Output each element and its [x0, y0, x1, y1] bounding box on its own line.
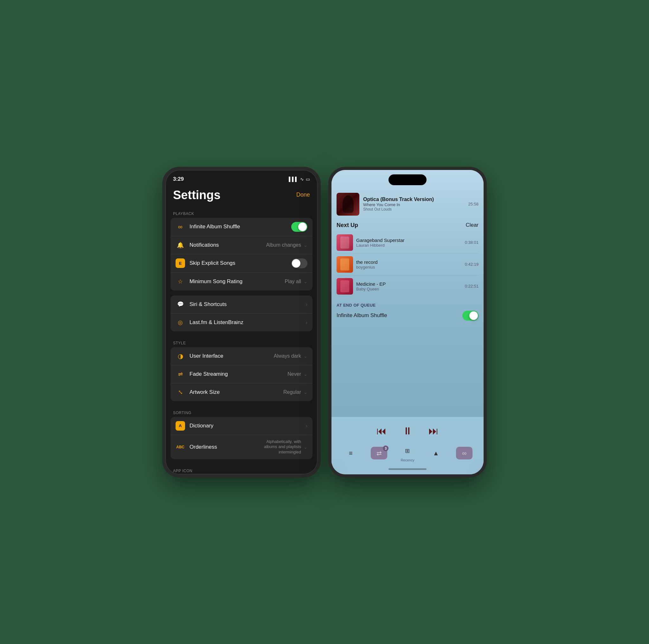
chevron-icon: ⌄ — [304, 444, 307, 450]
player-content: Optica (Bonus Track Version) Where You C… — [332, 170, 484, 474]
queue-track-title-3: Medicine - EP — [356, 281, 462, 287]
notifications-label: Notifications — [189, 242, 266, 248]
lastfm-label: Last.fm & ListenBrainz — [189, 319, 305, 326]
shuffle-badge: 3 — [383, 445, 389, 451]
resize-icon: ⤡ — [176, 388, 185, 397]
chevron-icon: › — [306, 423, 307, 429]
queue-track-artist-1: Lauran Hibberd — [356, 243, 462, 248]
wifi-icon: ∿ — [300, 176, 304, 182]
queue-item[interactable]: the record boygenius 0:42:19 — [337, 254, 478, 276]
nav-item-recency[interactable]: ⊞ Recency — [398, 445, 417, 462]
airplay-icon: ▲ — [433, 450, 439, 457]
queue-item[interactable]: Garageband Superstar Lauran Hibberd 0:38… — [337, 232, 478, 254]
shuffle-icon: ⇄ — [377, 449, 382, 457]
signal-icon: ▌▌▌ — [289, 176, 298, 182]
orderliness-label: Orderliness — [189, 444, 257, 450]
settings-screen: 3:29 ▌▌▌ ∿ ▭ Settings Done PLAYBACK ∞ In… — [165, 170, 317, 474]
queue-art-garageband — [337, 234, 353, 251]
queue-header: Next Up Clear — [337, 222, 478, 229]
settings-header: Settings Done — [165, 186, 317, 207]
chevron-icon: ⌄ — [304, 390, 307, 395]
now-playing-art — [337, 193, 359, 215]
queue-duration-3: 0:22:51 — [465, 284, 478, 288]
queue-track-info-1: Garageband Superstar Lauran Hibberd — [356, 238, 462, 248]
minimum-song-rating-label: Minimum Song Rating — [189, 278, 285, 285]
queue-list-icon: ≡ — [349, 450, 353, 457]
airplay-icon-wrap: ▲ — [428, 447, 444, 459]
lastfm-row[interactable]: ◎ Last.fm & ListenBrainz › — [171, 314, 312, 331]
infinite-album-shuffle-row[interactable]: ∞ Infinite Album Shuffle — [171, 218, 312, 236]
track-artist: Shout Out Louds — [363, 207, 464, 211]
fade-streaming-label: Fade Streaming — [189, 371, 288, 377]
half-circle-icon: ◑ — [176, 351, 185, 361]
dictionary-label: Dictionary — [189, 423, 305, 429]
track-duration: 25:58 — [468, 202, 478, 206]
abc-icon: ABC — [176, 442, 185, 452]
queue-track-title-1: Garageband Superstar — [356, 238, 462, 243]
star-icon: ☆ — [176, 277, 185, 286]
queue-art-medicine — [337, 278, 353, 294]
end-of-queue-label: At End Of Queue — [337, 303, 478, 308]
status-icons: ▌▌▌ ∿ ▭ — [289, 176, 310, 182]
queue-item[interactable]: Medicine - EP Baby Queen 0:22:51 — [337, 276, 478, 297]
infinite-album-shuffle-label: Infinite Album Shuffle — [189, 224, 291, 230]
chevron-icon: ⌄ — [304, 243, 307, 248]
album-art-figure — [343, 195, 354, 213]
fast-forward-button[interactable]: ⏭ — [428, 425, 439, 437]
user-interface-row[interactable]: ◑ User Interface Always dark ⌄ — [171, 347, 312, 365]
infinite-icon: ∞ — [176, 222, 185, 232]
infinite-album-shuffle-toggle[interactable] — [291, 222, 307, 232]
nav-item-airplay[interactable]: ▲ — [427, 447, 445, 459]
nav-item-infinite[interactable]: ∞ — [455, 447, 474, 459]
chevron-icon: ⌄ — [304, 279, 307, 284]
siri-shortcuts-row[interactable]: 💬 Siri & Shortcuts › — [171, 295, 312, 314]
dictionary-icon: A — [176, 421, 185, 431]
queue-section: Next Up Clear Garageband Superstar Laura… — [332, 219, 484, 298]
chevron-icon: › — [306, 320, 307, 325]
fade-streaming-row[interactable]: ⇌ Fade Streaming Never ⌄ — [171, 365, 312, 384]
recency-icon: ⊞ — [405, 447, 410, 454]
lastfm-icon: ◎ — [176, 318, 185, 327]
notifications-row[interactable]: 🔔 Notifications Album changes ⌄ — [171, 236, 312, 254]
playback-section-label: PLAYBACK — [165, 207, 317, 218]
chevron-icon: ⌄ — [304, 354, 307, 359]
queue-track-title-2: the record — [356, 259, 462, 265]
player-controls-area: ⏮ ⏸ ⏭ ≡ ⇄ 3 — [332, 417, 484, 474]
queue-track-artist-3: Baby Queen — [356, 287, 462, 291]
bell-icon: 🔔 — [176, 240, 185, 250]
track-info: Optica (Bonus Track Version) Where You C… — [363, 197, 464, 211]
nav-item-shuffle[interactable]: ⇄ 3 — [370, 447, 389, 459]
nav-item-queue[interactable]: ≡ — [341, 447, 360, 459]
track-title: Optica (Bonus Track Version) — [363, 197, 464, 202]
playback-group: ∞ Infinite Album Shuffle 🔔 Notifications… — [171, 218, 312, 290]
skip-explicit-toggle[interactable] — [291, 258, 307, 268]
pause-button[interactable]: ⏸ — [402, 425, 413, 437]
done-button[interactable]: Done — [296, 192, 310, 198]
style-section-label: STYLE — [165, 336, 317, 347]
sorting-section-label: SORTING — [165, 406, 317, 417]
fade-icon: ⇌ — [176, 369, 185, 379]
player-phone: Optica (Bonus Track Version) Where You C… — [328, 167, 487, 478]
skip-explicit-label: Skip Explicit Songs — [189, 260, 291, 266]
sorting-group: A Dictionary › ABC Orderliness Alphabeti… — [171, 417, 312, 459]
player-screen: Optica (Bonus Track Version) Where You C… — [332, 170, 484, 474]
settings-title: Settings — [173, 188, 221, 202]
artwork-size-value: Regular ⌄ — [283, 389, 307, 395]
dictionary-row[interactable]: A Dictionary › — [171, 417, 312, 435]
recency-label: Recency — [401, 458, 415, 462]
queue-track-info-3: Medicine - EP Baby Queen — [356, 281, 462, 291]
skip-explicit-row[interactable]: E Skip Explicit Songs — [171, 254, 312, 273]
orderliness-row[interactable]: ABC Orderliness Alphabetically, with alb… — [171, 435, 312, 459]
minimum-song-rating-row[interactable]: ☆ Minimum Song Rating Play all ⌄ — [171, 273, 312, 290]
rewind-button[interactable]: ⏮ — [377, 425, 387, 437]
recency-icon-wrap: ⊞ — [399, 445, 416, 457]
artwork-size-row[interactable]: ⤡ Artwork Size Regular ⌄ — [171, 384, 312, 401]
end-infinite-shuffle-toggle[interactable] — [462, 311, 478, 321]
siri-shortcuts-label: Siri & Shortcuts — [189, 301, 305, 308]
chevron-icon: › — [306, 301, 307, 307]
queue-track-info-2: the record boygenius — [356, 259, 462, 270]
dynamic-island — [389, 174, 427, 185]
clear-button[interactable]: Clear — [466, 222, 478, 228]
status-bar: 3:29 ▌▌▌ ∿ ▭ — [165, 170, 317, 186]
end-of-queue-row: Infinite Album Shuffle — [337, 311, 478, 321]
